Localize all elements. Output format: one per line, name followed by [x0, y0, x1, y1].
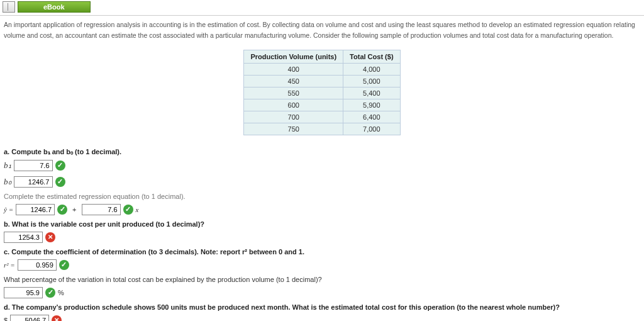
question-c: c. Compute the coefficient of determinat…: [4, 248, 640, 256]
x-icon: [52, 315, 62, 321]
cell-vol: 750: [244, 123, 343, 135]
data-table: Production Volume (units) Total Cost ($)…: [243, 50, 400, 135]
yhat-label: ŷ =: [4, 206, 13, 213]
cell-vol: 450: [244, 75, 343, 87]
eq-b0-input[interactable]: [16, 204, 55, 215]
table-row: 7006,400: [244, 111, 400, 123]
table-row: 5505,400: [244, 87, 400, 99]
table-row: 6005,900: [244, 99, 400, 111]
x-label: x: [136, 206, 139, 213]
b0-input[interactable]: [14, 176, 53, 188]
book-icon: [3, 1, 15, 13]
cell-cost: 5,000: [343, 75, 400, 87]
table-row: 4505,000: [244, 75, 400, 87]
pct-input[interactable]: [4, 287, 43, 298]
question-b: b. What is the variable cost per unit pr…: [4, 220, 640, 228]
check-icon: [59, 260, 69, 270]
cell-vol: 400: [244, 63, 343, 75]
table-row: 7507,000: [244, 123, 400, 135]
check-icon: [55, 177, 65, 187]
pct-unit: %: [58, 289, 64, 296]
ebook-button[interactable]: eBook: [18, 1, 91, 13]
intro-text: An important application of regression a…: [4, 20, 640, 41]
table-row: 4004,000: [244, 63, 400, 75]
cell-cost: 5,900: [343, 99, 400, 111]
dollar-sign: $: [4, 317, 8, 321]
d-input[interactable]: [10, 315, 49, 321]
col-header-cost: Total Cost ($): [343, 50, 400, 63]
eq-prompt: Complete the estimated regression equati…: [4, 193, 640, 200]
cell-vol: 600: [244, 99, 343, 111]
cell-cost: 5,400: [343, 87, 400, 99]
b1-input[interactable]: [14, 160, 53, 171]
check-icon: [45, 288, 55, 298]
b0-label: b₀: [4, 177, 11, 187]
eq-b1-input[interactable]: [82, 204, 121, 215]
check-icon: [123, 205, 133, 215]
check-icon: [55, 160, 65, 171]
x-icon: [45, 232, 55, 242]
cell-vol: 700: [244, 111, 343, 123]
question-a: a. Compute b₁ and b₀ (to 1 decimal).: [4, 148, 640, 156]
divider: [0, 15, 644, 16]
b-input[interactable]: [4, 232, 43, 243]
r2-input[interactable]: [18, 259, 57, 271]
col-header-volume: Production Volume (units): [244, 50, 343, 63]
b1-label: b₁: [4, 160, 11, 171]
check-icon: [57, 205, 67, 215]
question-d: d. The company's production schedule sho…: [4, 303, 640, 311]
r2-label: r² =: [4, 261, 15, 269]
plus-sign: +: [72, 206, 76, 213]
cell-cost: 6,400: [343, 111, 400, 123]
cell-cost: 7,000: [343, 123, 400, 135]
cell-vol: 550: [244, 87, 343, 99]
cell-cost: 4,000: [343, 63, 400, 75]
question-c2: What percentage of the variation in tota…: [4, 276, 640, 283]
